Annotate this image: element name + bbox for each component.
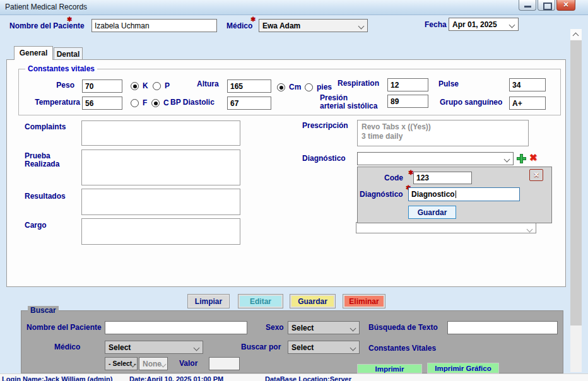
buscar-group-title: Buscar: [28, 306, 59, 315]
prescripcion-label: Prescripción: [302, 122, 348, 130]
unit-k-label: K: [143, 82, 148, 90]
imprimir-button[interactable]: Imprimir: [357, 364, 422, 373]
chevron-down-icon: [504, 156, 510, 163]
respiration-label: Respiration: [338, 79, 379, 88]
medico-required-asterisk: ✱: [250, 16, 256, 23]
resultados-textarea[interactable]: [81, 189, 240, 215]
unit-p-label: P: [165, 82, 170, 90]
tab-dental[interactable]: Dental: [54, 47, 83, 60]
temperatura-label: Temperatura: [25, 98, 80, 107]
temperatura-input[interactable]: [82, 97, 122, 110]
unit-k-radio[interactable]: [131, 82, 139, 90]
vitals-group: Constantes vitales Peso K P Altura Cm pi…: [18, 69, 561, 115]
medico-select[interactable]: Ewa Adam: [259, 19, 368, 32]
busqueda-texto-input[interactable]: [447, 321, 558, 334]
unit-pies-radio[interactable]: [305, 83, 313, 91]
chevron-down-icon: [509, 22, 515, 28]
vertical-scrollbar[interactable]: [570, 29, 582, 372]
unit-p-radio[interactable]: [153, 82, 161, 90]
respiration-input[interactable]: [387, 78, 428, 91]
secondary-diagnostico-select[interactable]: [356, 222, 536, 233]
bp-diastolic-input[interactable]: [227, 97, 271, 110]
unit-c-radio[interactable]: [151, 99, 160, 107]
valor-input[interactable]: [209, 357, 240, 370]
add-diagnostico-icon[interactable]: [516, 153, 527, 164]
code-input[interactable]: [413, 172, 472, 184]
peso-input[interactable]: [82, 79, 122, 93]
delete-diagnostico-icon[interactable]: ✖: [529, 153, 538, 163]
limpiar-button[interactable]: Limpiar: [187, 294, 230, 308]
date-status: Date:April 10, 2025 01:00 PM: [129, 375, 223, 381]
tab-general[interactable]: General: [14, 46, 53, 60]
maximize-button[interactable]: [538, 0, 555, 11]
database-status: DataBase Location:Server: [265, 375, 351, 381]
complaints-label: Complaints: [25, 123, 66, 131]
popup-diagnostico-value: Diagnostico: [411, 190, 455, 199]
bp-diastolic-label: BP Diastolic: [170, 98, 215, 107]
search-medico-select-value: Select: [109, 343, 131, 352]
scroll-up-button[interactable]: [570, 29, 582, 40]
prescripcion-textarea[interactable]: Revo Tabs x ((Yes)) 3 time daily: [357, 120, 529, 146]
diagnostico-select[interactable]: [357, 152, 514, 165]
buscar-por-select[interactable]: Select: [288, 341, 360, 354]
medico-label: Médico: [226, 22, 252, 30]
pulse-label: Pulse: [438, 80, 459, 88]
cargo-textarea[interactable]: [81, 218, 240, 245]
login-status: Login Name:Jack William (admin): [2, 375, 112, 381]
window-title: Patient Medical Records: [5, 3, 87, 11]
grupo-sanguineo-input[interactable]: [509, 97, 546, 110]
popup-close-icon: ✕: [530, 171, 543, 179]
pulse-input[interactable]: [509, 78, 546, 91]
maximize-icon: [543, 3, 552, 10]
prueba-realizada-textarea[interactable]: [81, 149, 240, 185]
window: Patient Medical Records ✕ Nombre del Pac…: [0, 0, 588, 381]
unit-c-label: C: [163, 99, 169, 107]
busqueda-texto-label: Búsqueda de Texto: [368, 324, 438, 332]
chevron-down-icon: [350, 345, 356, 351]
unit-cm-radio[interactable]: [277, 83, 285, 91]
chevron-down-icon: [350, 325, 356, 332]
fecha-select[interactable]: Apr 01, 2025: [449, 18, 519, 31]
none-select[interactable]: None: [139, 357, 168, 370]
chevron-up-icon: [573, 33, 579, 39]
tab-page-general: Constantes vitales Peso K P Altura Cm pi…: [6, 59, 566, 287]
guardar-popup-button[interactable]: Guardar: [408, 206, 456, 219]
popup-diagnostico-input[interactable]: Diagnostico: [408, 187, 520, 201]
popup-diagnostico-label: Diagnóstico: [360, 190, 403, 199]
unit-f-radio[interactable]: [131, 99, 139, 107]
search-medico-select[interactable]: Select: [105, 341, 203, 354]
search-patient-input[interactable]: [105, 321, 247, 334]
fecha-label: Fecha: [425, 21, 447, 29]
diagnostico-popup: Code ✱ ✕ Diagnóstico ✱ Diagnostico Guard…: [357, 167, 552, 223]
scrollbar-thumb[interactable]: [570, 40, 582, 325]
patient-required-asterisk: ✱: [67, 16, 72, 23]
minimize-icon: [524, 6, 531, 8]
criterio-select[interactable]: - Select -: [105, 357, 138, 370]
patient-name-input[interactable]: [91, 19, 217, 32]
chevron-down-icon: [358, 23, 365, 30]
complaints-textarea[interactable]: [81, 120, 240, 146]
patient-name-label: Nombre del Paciente: [9, 22, 85, 30]
buscar-group: Buscar Nombre del Paciente Sexo Select B…: [21, 310, 563, 373]
close-button[interactable]: ✕: [556, 0, 575, 11]
title-bar: Patient Medical Records ✕: [0, 0, 588, 15]
imprimir-grafico-button[interactable]: Imprimir Gráfico: [427, 363, 499, 373]
valor-label: Valor: [179, 360, 197, 368]
sexo-select[interactable]: Select: [288, 321, 360, 334]
buscar-por-select-value: Select: [291, 343, 314, 352]
code-label: Code: [378, 174, 403, 182]
eliminar-button[interactable]: Eliminar: [343, 294, 385, 308]
presion-sistolica-input[interactable]: [387, 95, 428, 108]
altura-label: Altura: [197, 80, 219, 88]
popup-close-button[interactable]: ✕: [529, 169, 543, 181]
altura-input[interactable]: [227, 79, 271, 93]
unit-f-label: F: [143, 99, 147, 107]
editar-button[interactable]: Editar: [238, 294, 283, 308]
minimize-button[interactable]: [519, 0, 536, 11]
search-medico-label: Médico: [54, 343, 80, 351]
status-bar: Login Name:Jack William (admin) Date:Apr…: [0, 373, 588, 381]
guardar-button[interactable]: Guardar: [290, 294, 336, 308]
peso-label: Peso: [38, 81, 74, 90]
presion-sistolica-label: Presión arterial sistólica: [320, 94, 377, 110]
close-icon: ✕: [557, 1, 575, 9]
